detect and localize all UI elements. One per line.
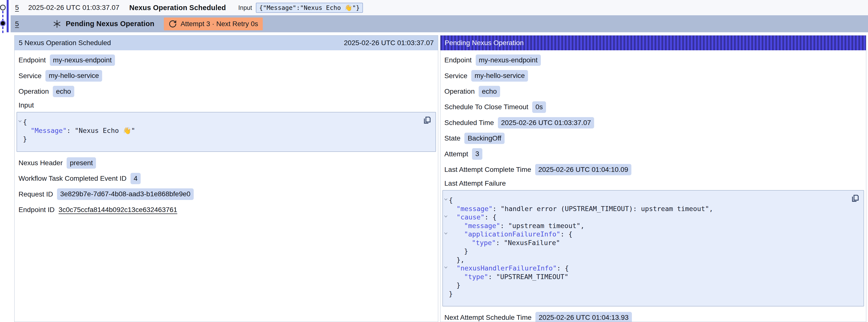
- chevron-down-icon[interactable]: [444, 198, 448, 201]
- field-last-attempt-complete-time: Last Attempt Complete Time2025-02-26 UTC…: [444, 164, 862, 175]
- field-label: Operation: [19, 88, 49, 95]
- field-label: Last Attempt Complete Time: [444, 166, 531, 173]
- json-text: }: [23, 135, 27, 143]
- json-line: },: [443, 256, 850, 264]
- event-title: Nexus Operation Scheduled: [129, 4, 226, 12]
- field-value-badge: 2025-02-26 UTC 01:03:37.07: [498, 117, 594, 128]
- json-text: }: [464, 247, 468, 255]
- field-service: Servicemy-hello-service: [19, 70, 434, 82]
- field-label: Scheduled Time: [444, 119, 494, 127]
- pending-title: Pending Nexus Operation: [66, 20, 154, 28]
- field-value-badge: my-nexus-endpoint: [476, 55, 541, 66]
- json-text: {: [23, 118, 27, 126]
- timeline-active-dot-icon: [1, 21, 5, 25]
- chevron-down-icon[interactable]: [444, 215, 448, 218]
- field-label: Endpoint: [444, 56, 472, 64]
- json-key: "Message": [31, 127, 67, 134]
- event-input-chip[interactable]: {"Message":"Nexus Echo 👋"}: [256, 3, 363, 13]
- json-text: :: [488, 273, 496, 281]
- chevron-down-icon[interactable]: [444, 232, 448, 235]
- chevron-down-icon[interactable]: [18, 120, 22, 123]
- field-operation: Operationecho: [444, 86, 862, 97]
- retry-attempt-badge: Attempt 3 · Next Retry 0s: [164, 18, 263, 30]
- json-text: }: [457, 281, 460, 289]
- failure-json-block: {"message": "handler error (UPSTREAM_TIM…: [442, 190, 864, 307]
- json-text: :: [67, 127, 75, 134]
- field-label: Schedule To Close Timeout: [444, 103, 528, 111]
- field-value-link[interactable]: 3c0c75ccfa8144b092c13ce632463761: [59, 206, 177, 214]
- pending-operation-panel: Pending Nexus Operation Endpointmy-nexus…: [440, 35, 866, 322]
- json-line: "message": "handler error (UPSTREAM_TIME…: [443, 205, 850, 213]
- chevron-down-icon[interactable]: [444, 266, 448, 269]
- failure-section-label: Last Attempt Failure: [444, 180, 862, 187]
- field-label: Operation: [444, 88, 475, 95]
- json-text: {: [449, 196, 453, 204]
- json-line: {: [443, 196, 850, 205]
- field-label: Workflow Task Completed Event ID: [19, 174, 127, 183]
- json-line: "cause": {: [443, 213, 850, 222]
- field-value-badge: present: [67, 157, 96, 169]
- json-line: {: [17, 118, 422, 127]
- json-text: :: [496, 239, 504, 247]
- field-value-badge: 2025-02-26 UTC 01:04:10.09: [535, 164, 631, 175]
- field-value-badge: 3: [472, 148, 483, 160]
- copy-icon: [423, 116, 432, 125]
- json-key: "type": [472, 239, 496, 247]
- event-row-scheduled[interactable]: 5 2025-02-26 UTC 01:03:37.07 Nexus Opera…: [10, 0, 868, 15]
- event-timestamp: 2025-02-26 UTC 01:03:37.07: [28, 4, 119, 11]
- event-history-screen: 5 2025-02-26 UTC 01:03:37.07 Nexus Opera…: [0, 0, 868, 322]
- json-text: }: [449, 290, 453, 298]
- pending-operation-row[interactable]: 5 Pending Nexus Operation Attempt 3 · Ne…: [10, 15, 868, 32]
- field-label: Service: [19, 72, 41, 80]
- copy-button[interactable]: [850, 194, 860, 203]
- field-value-badge: 3e829b7e-7d67-4b08-aad3-b1e868bfe9e0: [57, 188, 194, 200]
- field-next-attempt-schedule-time: Next Attempt Schedule Time2025-02-26 UTC…: [444, 312, 862, 322]
- pending-operation-title: Pending Nexus Operation: [444, 39, 524, 47]
- event-id-link[interactable]: 5: [15, 4, 19, 11]
- field-label: Endpoint ID: [19, 206, 55, 214]
- field-endpoint: Endpointmy-nexus-endpoint: [19, 55, 434, 66]
- field-label: Nexus Header: [19, 159, 63, 167]
- field-value-badge: my-hello-service: [471, 70, 528, 82]
- field-label: Endpoint: [19, 56, 46, 64]
- field-attempt: Attempt3: [444, 148, 862, 160]
- copy-button[interactable]: [422, 116, 432, 125]
- pending-id-link[interactable]: 5: [15, 20, 19, 28]
- field-nexus-header: Nexus Headerpresent: [19, 157, 434, 169]
- json-key: "message": [464, 222, 500, 229]
- json-text: },: [457, 256, 465, 264]
- field-operation: Operationecho: [19, 86, 434, 97]
- field-value-badge: my-nexus-endpoint: [50, 55, 115, 66]
- retry-icon: [168, 20, 177, 28]
- field-value-badge: 2025-02-26 UTC 01:04:13.93: [535, 312, 632, 322]
- field-state: StateBackingOff: [444, 133, 862, 144]
- json-line: "nexusHandlerFailureInfo": {: [443, 264, 850, 273]
- pending-operation-body: Endpointmy-nexus-endpointServicemy-hello…: [440, 50, 866, 322]
- pending-asterisk-icon: [53, 20, 61, 28]
- attempt-badge-text: Attempt 3 · Next Retry 0s: [181, 20, 258, 28]
- json-line: }: [17, 135, 422, 143]
- json-line: }: [443, 290, 850, 298]
- json-line: "Message": "Nexus Echo 👋": [17, 127, 422, 135]
- field-label: Next Attempt Schedule Time: [444, 314, 531, 322]
- json-text: : {: [485, 213, 497, 221]
- field-endpoint: Endpointmy-nexus-endpoint: [444, 55, 862, 66]
- field-value-badge: echo: [479, 86, 500, 97]
- json-text: :: [493, 205, 501, 213]
- field-service: Servicemy-hello-service: [444, 70, 862, 82]
- json-line: "type": "UPSTREAM_TIMEOUT": [443, 273, 850, 281]
- json-key: "type": [464, 273, 488, 281]
- field-value-badge: 4: [130, 173, 141, 184]
- event-detail-timestamp: 2025-02-26 UTC 01:03:37.07: [344, 39, 434, 47]
- json-text: "NexusFailure": [504, 239, 560, 247]
- event-detail-title: 5 Nexus Operation Scheduled: [19, 39, 111, 47]
- field-value-badge: echo: [53, 86, 74, 97]
- field-label: Request ID: [19, 190, 53, 198]
- json-line: }: [443, 281, 850, 290]
- json-line: "applicationFailureInfo": {: [443, 230, 850, 239]
- field-value-badge: my-hello-service: [45, 70, 102, 82]
- json-text: "Nexus Echo 👋": [75, 127, 135, 134]
- json-key: "message": [457, 205, 493, 213]
- input-label: Input: [238, 4, 252, 11]
- json-text: : {: [557, 264, 569, 272]
